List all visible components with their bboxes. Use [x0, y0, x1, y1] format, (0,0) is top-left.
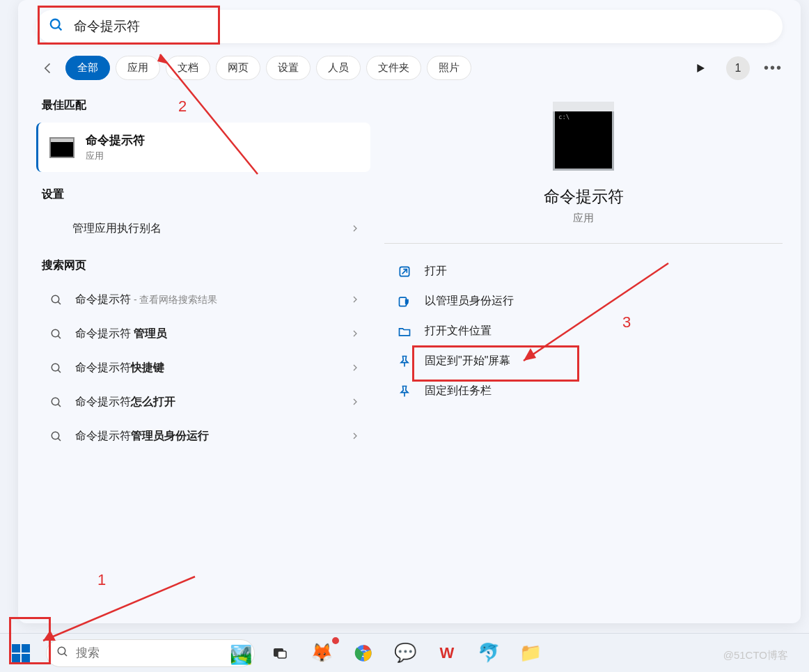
svg-line-1 [58, 27, 62, 31]
search-icon [47, 396, 65, 409]
cmd-icon-large [553, 109, 614, 171]
tab-web[interactable]: 网页 [216, 56, 260, 80]
preview-title: 命令提示符 [384, 186, 783, 208]
search-icon [47, 362, 65, 375]
svg-point-3 [52, 295, 59, 303]
taskbar: 🏞️ 🦊 💬 W 🐬 📁 [0, 633, 809, 672]
svg-marker-2 [697, 64, 705, 72]
notification-dot-icon [331, 636, 340, 646]
web-item-4[interactable]: 命令提示符管理员身份运行 [36, 419, 370, 453]
preview-sub: 应用 [384, 212, 783, 225]
svg-line-10 [58, 404, 61, 407]
chevron-right-icon [351, 430, 359, 443]
pin-icon [397, 384, 412, 398]
taskbar-app-firefox[interactable]: 🦊 [305, 638, 338, 669]
watermark: @51CTO博客 [723, 649, 788, 662]
svg-line-14 [402, 269, 407, 274]
tab-apps[interactable]: 应用 [116, 56, 160, 80]
play-icon[interactable] [689, 56, 712, 80]
search-icon [47, 328, 65, 341]
filter-tabs: 全部 应用 文档 网页 设置 人员 文件夹 照片 1 ••• [18, 43, 801, 80]
web-item-2[interactable]: 命令提示符快捷键 [36, 351, 370, 385]
taskview-icon [272, 645, 288, 662]
taskbar-search[interactable]: 🏞️ [46, 639, 255, 667]
tab-folders[interactable]: 文件夹 [366, 56, 421, 80]
svg-point-9 [52, 398, 59, 405]
web-item-3[interactable]: 命令提示符怎么打开 [36, 385, 370, 419]
action-pin-taskbar[interactable]: 固定到任务栏 [384, 376, 783, 406]
svg-point-5 [52, 329, 59, 337]
folder-icon [397, 325, 412, 338]
search-panel: 全部 应用 文档 网页 设置 人员 文件夹 照片 1 ••• 最佳匹配 命令提示… [18, 0, 801, 623]
taskbar-app-chrome[interactable] [347, 638, 380, 669]
scenery-icon: 🏞️ [230, 644, 252, 666]
results-left: 最佳匹配 命令提示符 应用 设置 管理应用执行别名 搜索网页 命令提示符 - 查… [36, 93, 370, 453]
windows-icon [12, 644, 30, 662]
chevron-right-icon [351, 223, 359, 235]
action-pin-start[interactable]: 固定到"开始"屏幕 [384, 346, 783, 376]
chevron-right-icon [351, 396, 359, 409]
divider [384, 243, 783, 244]
web-item-1[interactable]: 命令提示符 管理员 [36, 317, 370, 351]
svg-line-25 [64, 653, 67, 656]
wps-icon: W [440, 644, 455, 662]
settings-item[interactable]: 管理应用执行别名 [36, 212, 370, 246]
taskbar-app-explorer[interactable]: 📁 [514, 638, 547, 669]
search-input[interactable] [74, 19, 770, 34]
web-item-0[interactable]: 命令提示符 - 查看网络搜索结果 [36, 283, 370, 317]
notification-badge[interactable]: 1 [726, 56, 750, 80]
best-match-title: 命令提示符 [86, 132, 145, 148]
svg-point-11 [52, 432, 59, 439]
svg-line-4 [58, 302, 61, 304]
chrome-icon [354, 643, 373, 663]
tab-people[interactable]: 人员 [316, 56, 361, 80]
chevron-right-icon [351, 294, 359, 306]
search-icon [49, 17, 64, 36]
folder-icon: 📁 [519, 642, 542, 664]
section-search-web: 搜索网页 [42, 258, 370, 273]
back-button[interactable] [36, 56, 60, 80]
firefox-icon: 🦊 [311, 642, 333, 664]
start-button[interactable] [4, 638, 38, 669]
preview-pane: 命令提示符 应用 打开 以管理员身份运行 打开文件位置 固定到"开始"屏幕 [384, 93, 783, 453]
taskbar-app-wechat[interactable]: 💬 [388, 638, 422, 669]
tab-settings[interactable]: 设置 [266, 56, 311, 80]
action-open-location[interactable]: 打开文件位置 [384, 316, 783, 346]
action-run-admin[interactable]: 以管理员身份运行 [384, 286, 783, 316]
search-icon [47, 294, 65, 306]
wechat-icon: 💬 [394, 642, 416, 664]
search-bar[interactable] [36, 10, 783, 43]
tab-photos[interactable]: 照片 [427, 56, 471, 80]
svg-line-12 [58, 438, 61, 441]
action-open[interactable]: 打开 [384, 256, 783, 286]
taskbar-search-input[interactable] [76, 646, 244, 660]
chevron-right-icon [351, 362, 359, 375]
pin-icon [397, 354, 412, 368]
dolphin-icon: 🐬 [478, 642, 500, 664]
svg-point-0 [51, 19, 60, 29]
taskbar-app-dolphin[interactable]: 🐬 [472, 638, 505, 669]
cmd-icon [49, 137, 74, 158]
tab-all[interactable]: 全部 [65, 56, 110, 80]
svg-rect-27 [278, 651, 286, 658]
svg-point-24 [58, 647, 65, 655]
svg-line-8 [58, 370, 61, 373]
more-icon[interactable]: ••• [764, 60, 783, 76]
section-settings: 设置 [42, 187, 370, 202]
search-icon [47, 430, 65, 443]
tab-docs[interactable]: 文档 [166, 56, 210, 80]
shield-icon [397, 295, 412, 308]
best-match-sub: 应用 [86, 150, 145, 162]
best-match-item[interactable]: 命令提示符 应用 [36, 123, 370, 172]
chevron-right-icon [351, 328, 359, 341]
settings-item-label: 管理应用执行别名 [72, 221, 351, 236]
svg-line-6 [58, 336, 61, 338]
section-best-match: 最佳匹配 [42, 98, 370, 113]
taskview-button[interactable] [263, 638, 297, 669]
search-icon [56, 646, 69, 661]
open-icon [397, 265, 412, 279]
taskbar-app-wps[interactable]: W [430, 638, 464, 669]
svg-point-7 [52, 364, 59, 371]
